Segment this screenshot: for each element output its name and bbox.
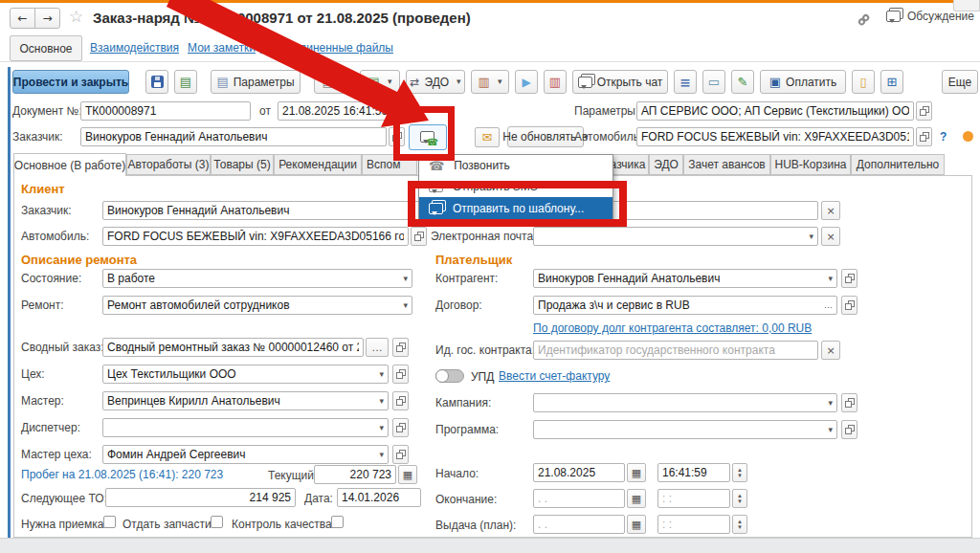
- tab-additional[interactable]: Дополнительно: [851, 154, 945, 175]
- shop-master-field[interactable]: Фомин Андрей Сергеевич▾: [102, 445, 389, 464]
- summary-order-open-button[interactable]: [392, 338, 409, 357]
- master-open-button[interactable]: [392, 391, 409, 410]
- current-mileage-field[interactable]: 220 723: [314, 465, 396, 484]
- end-time-field[interactable]: : :: [657, 489, 730, 508]
- post-and-close-button[interactable]: Провести и закрыть: [12, 70, 129, 94]
- report-button[interactable]: ▥: [544, 70, 567, 94]
- favorite-star-icon[interactable]: ☆: [69, 9, 83, 25]
- nav-tab-attached-files[interactable]: Присоединенные файлы: [260, 41, 393, 55]
- sign-button[interactable]: ✎: [731, 70, 754, 94]
- start-time-spinner[interactable]: ▲▼: [732, 463, 747, 482]
- need-acceptance-checkbox[interactable]: [103, 516, 116, 528]
- issue-plan-calendar-button[interactable]: ▦: [627, 515, 646, 534]
- menu-item-send-sms[interactable]: Отправить SMS: [419, 176, 612, 197]
- issue-plan-time-field[interactable]: : :: [657, 515, 730, 534]
- client-car-field[interactable]: FORD FOCUS БЕЖЕВЫЙ vin: X9FAXXEEDA3D0516…: [102, 227, 409, 246]
- menu-item-send-by-template[interactable]: Отправить по шаблону...: [419, 197, 612, 219]
- repair-type-field[interactable]: Ремонт автомобилей сотрудников▾: [102, 296, 412, 315]
- enter-invoice-link[interactable]: Ввести счет-фактуру: [499, 369, 610, 383]
- email-field[interactable]: ▾: [533, 227, 818, 246]
- end-time-spinner[interactable]: ▲▼: [732, 489, 747, 508]
- tab-hub-basket[interactable]: HUB-Корзина: [770, 154, 851, 175]
- shop-field[interactable]: Цех Текстильщики ООО▾: [102, 365, 389, 384]
- move-forward-button[interactable]: ▶: [515, 70, 538, 94]
- mileage-calc-button[interactable]: ▦: [398, 465, 417, 484]
- shop-open-button[interactable]: [392, 365, 409, 384]
- customer-header-field[interactable]: Винокуров Геннадий Анатольевич: [80, 127, 387, 146]
- tab-autoworks[interactable]: Автоработы (3): [126, 154, 211, 175]
- car-header-field[interactable]: FORD FOCUS БЕЖЕВЫЙ vin: X9FAXXEEDA3D0516…: [636, 127, 914, 146]
- master-field[interactable]: Вепринцев Кирилл Анатольевич▾: [102, 391, 389, 410]
- end-date-field[interactable]: . .: [533, 489, 625, 508]
- end-date-calendar-button[interactable]: ▦: [627, 489, 646, 508]
- return-parts-checkbox[interactable]: [211, 516, 223, 528]
- parameters-field[interactable]: АП СЕРВИС ООО; АП Сервис (Текстильщики) …: [636, 101, 914, 121]
- next-to-field[interactable]: 214 925: [105, 488, 296, 507]
- send-message-button[interactable]: ☎: [409, 124, 447, 150]
- start-date-calendar-button[interactable]: ▦: [627, 463, 646, 482]
- state-field[interactable]: В работе▾: [102, 269, 412, 288]
- quality-control-checkbox[interactable]: [331, 516, 344, 528]
- doc-date-calendar-button[interactable]: ▦: [399, 101, 418, 121]
- more-button[interactable]: Еще: [942, 70, 978, 94]
- nav-tab-interactions[interactable]: Взаимодействия: [90, 41, 179, 55]
- pay-button[interactable]: ▣Оплатить: [760, 70, 846, 94]
- edo-dropdown-button[interactable]: ⇄ЭДО▾: [406, 70, 465, 94]
- tab-goods[interactable]: Товары (5): [211, 154, 274, 175]
- contract-field[interactable]: Продажа з\ч и сервис в RUB…: [533, 296, 837, 315]
- tab-recommendations[interactable]: Рекомендации: [274, 154, 362, 175]
- discussion-button[interactable]: Обсуждение: [886, 10, 974, 23]
- contract-debt-link[interactable]: По договору долг контрагента составляет:…: [533, 321, 812, 335]
- campaign-open-button[interactable]: [841, 393, 858, 412]
- upd-toggle[interactable]: [435, 369, 464, 383]
- document-status-button[interactable]: ▯: [852, 70, 875, 94]
- reports-dropdown-button[interactable]: ▥▾: [471, 70, 509, 94]
- tab-auxiliary[interactable]: Вспом: [362, 154, 417, 175]
- gov-contract-clear-button[interactable]: ×: [821, 341, 840, 360]
- no-update-dropdown[interactable]: Не обновлять▾: [507, 126, 584, 147]
- email-clear-button[interactable]: ×: [821, 227, 840, 246]
- summary-order-field[interactable]: Сводный ремонтный заказ № 00000012460 от…: [102, 338, 364, 357]
- campaign-field[interactable]: ▾: [533, 393, 837, 412]
- parameters-button[interactable]: ▤Параметры: [211, 70, 301, 94]
- mileage-link[interactable]: Пробег на 21.08.2025 (16:41): 220 723: [21, 468, 223, 481]
- program-field[interactable]: ▾: [533, 420, 837, 439]
- shop-master-open-button[interactable]: [392, 445, 409, 464]
- contractor-field[interactable]: Винокуров Геннадий Анатольевич▾: [533, 269, 837, 288]
- reread-button[interactable]: ▤: [174, 70, 197, 94]
- doc-date-field[interactable]: 21.08.2025 16:41:59: [278, 101, 398, 121]
- cassette-button[interactable]: ▭: [702, 70, 725, 94]
- start-date-field[interactable]: 21.08.2025: [533, 463, 625, 482]
- nav-tab-main[interactable]: Основное: [10, 35, 82, 61]
- program-open-button[interactable]: [841, 420, 858, 439]
- help-icon[interactable]: ?: [940, 130, 947, 144]
- next-to-date-field[interactable]: 14.01.2026: [337, 488, 421, 507]
- issue-plan-date-field[interactable]: . .: [533, 515, 625, 534]
- tab-advance-offset[interactable]: Зачет авансов: [683, 154, 770, 175]
- save-button[interactable]: [145, 70, 168, 94]
- client-customer-clear-button[interactable]: ×: [821, 201, 840, 220]
- dispatcher-field[interactable]: ▾: [102, 418, 389, 437]
- tab-edo[interactable]: ЭДО: [649, 154, 683, 175]
- contract-open-button[interactable]: [841, 296, 858, 315]
- open-chat-button[interactable]: Открыть чат: [572, 70, 668, 94]
- forward-button[interactable]: →: [34, 8, 60, 29]
- send-email-button[interactable]: ✉: [475, 127, 500, 147]
- start-time-field[interactable]: 16:41:59: [657, 463, 730, 482]
- dispatcher-open-button[interactable]: [392, 418, 409, 437]
- menu-item-call[interactable]: ☎ Позвонить: [419, 155, 612, 176]
- get-link-icon[interactable]: [857, 11, 874, 28]
- parameters-open-button[interactable]: [916, 101, 932, 121]
- contractor-open-button[interactable]: [841, 269, 858, 288]
- list-button[interactable]: ≡: [674, 70, 697, 94]
- nav-tab-notes[interactable]: Мои заметки: [188, 41, 256, 55]
- car-open-button[interactable]: [916, 127, 932, 146]
- create-based-on-button[interactable]: ▤▾: [360, 70, 400, 94]
- structure-button[interactable]: ⊞: [880, 70, 903, 94]
- doc-number-field[interactable]: ТК000008971: [80, 101, 251, 121]
- gov-contract-field[interactable]: Идентификатор государственного контракта: [533, 341, 818, 360]
- tab-main[interactable]: Основное (В работе): [13, 153, 126, 176]
- client-car-open-button[interactable]: [411, 227, 427, 246]
- customer-open-button[interactable]: [389, 127, 405, 146]
- back-button[interactable]: ←: [10, 8, 35, 29]
